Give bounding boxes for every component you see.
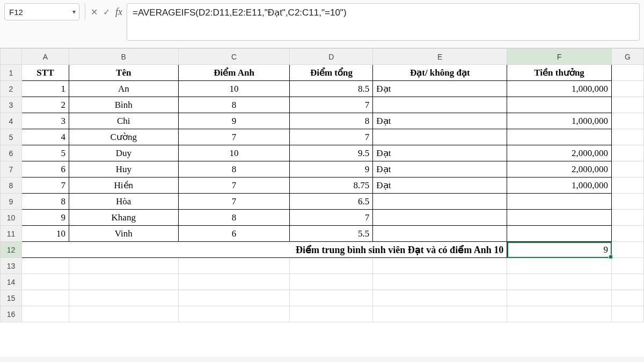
cell-B14[interactable]: [69, 274, 178, 290]
cell-E8[interactable]: Đạt: [373, 178, 507, 194]
cell-C7[interactable]: 8: [178, 161, 290, 178]
cell-F2[interactable]: 1,000,000: [507, 81, 612, 97]
cell-B11[interactable]: Vinh: [69, 226, 178, 242]
column-header-D[interactable]: D: [290, 49, 373, 65]
cell-A10[interactable]: 9: [21, 210, 69, 226]
row-header-9[interactable]: 9: [1, 194, 22, 210]
cell-B6[interactable]: Duy: [69, 145, 178, 161]
cell-F12[interactable]: 9: [507, 242, 612, 258]
cell-B2[interactable]: An: [69, 81, 178, 97]
cell-D4[interactable]: 8: [290, 113, 373, 129]
cell-G2[interactable]: [612, 81, 644, 97]
cell-D14[interactable]: [290, 274, 373, 290]
cell-B7[interactable]: Huy: [69, 161, 178, 178]
column-header-E[interactable]: E: [373, 49, 507, 65]
cell-E11[interactable]: [373, 226, 507, 242]
cell-F8[interactable]: 1,000,000: [507, 178, 612, 194]
cell-B13[interactable]: [69, 258, 178, 274]
cell-E2[interactable]: Đạt: [373, 81, 507, 97]
cell-E16[interactable]: [373, 306, 507, 322]
cell-E1[interactable]: Đạt/ không đạt: [373, 65, 507, 81]
name-box[interactable]: F12 ▾: [4, 3, 79, 20]
cell-F4[interactable]: 1,000,000: [507, 113, 612, 129]
cell-D13[interactable]: [290, 258, 373, 274]
row-header-3[interactable]: 3: [1, 97, 22, 113]
cell-A14[interactable]: [21, 274, 69, 290]
cell-C5[interactable]: 7: [178, 129, 290, 145]
cell-D2[interactable]: 8.5: [290, 81, 373, 97]
cell-D3[interactable]: 7: [290, 97, 373, 113]
cell-F13[interactable]: [507, 258, 612, 274]
cell-B8[interactable]: Hiền: [69, 178, 178, 194]
cell-D6[interactable]: 9.5: [290, 145, 373, 161]
cell-C13[interactable]: [178, 258, 290, 274]
row-header-13[interactable]: 13: [1, 258, 22, 274]
cell-F5[interactable]: [507, 129, 612, 145]
cancel-icon[interactable]: ✕: [91, 7, 98, 17]
cell-G10[interactable]: [612, 210, 644, 226]
column-header-A[interactable]: A: [21, 49, 69, 65]
cell-G7[interactable]: [612, 161, 644, 178]
cell-E9[interactable]: [373, 194, 507, 210]
cell-A2[interactable]: 1: [21, 81, 69, 97]
row-header-8[interactable]: 8: [1, 178, 22, 194]
spreadsheet-grid[interactable]: ABCDEFG1STTTênĐiểm AnhĐiểm tổngĐạt/ khôn…: [0, 48, 644, 357]
row-header-1[interactable]: 1: [1, 65, 22, 81]
row-header-7[interactable]: 7: [1, 161, 22, 178]
column-header-B[interactable]: B: [69, 49, 178, 65]
cell-C4[interactable]: 9: [178, 113, 290, 129]
row-header-11[interactable]: 11: [1, 226, 22, 242]
cell-A11[interactable]: 10: [21, 226, 69, 242]
cell-D5[interactable]: 7: [290, 129, 373, 145]
cell-G1[interactable]: [612, 65, 644, 81]
cell-C1[interactable]: Điểm Anh: [178, 65, 290, 81]
cell-F9[interactable]: [507, 194, 612, 210]
cell-C8[interactable]: 7: [178, 178, 290, 194]
cell-B15[interactable]: [69, 290, 178, 306]
cell-E4[interactable]: Đạt: [373, 113, 507, 129]
cell-A3[interactable]: 2: [21, 97, 69, 113]
cell-E5[interactable]: [373, 129, 507, 145]
cell-F6[interactable]: 2,000,000: [507, 145, 612, 161]
cell-D16[interactable]: [290, 306, 373, 322]
row-header-2[interactable]: 2: [1, 81, 22, 97]
cell-F10[interactable]: [507, 210, 612, 226]
cell-D1[interactable]: Điểm tổng: [290, 65, 373, 81]
cell-G15[interactable]: [612, 290, 644, 306]
cell-C16[interactable]: [178, 306, 290, 322]
cell-G14[interactable]: [612, 274, 644, 290]
cell-F16[interactable]: [507, 306, 612, 322]
formula-input[interactable]: =AVERAGEIFS(D2:D11,E2:E11,"Đạt",C2:C11,"…: [127, 3, 640, 41]
cell-A8[interactable]: 7: [21, 178, 69, 194]
cell-A15[interactable]: [21, 290, 69, 306]
cell-F3[interactable]: [507, 97, 612, 113]
column-header-F[interactable]: F: [507, 49, 612, 65]
cell-E14[interactable]: [373, 274, 507, 290]
cell-D8[interactable]: 8.75: [290, 178, 373, 194]
cell-G5[interactable]: [612, 129, 644, 145]
cell-C14[interactable]: [178, 274, 290, 290]
cell-C3[interactable]: 8: [178, 97, 290, 113]
cell-B10[interactable]: Khang: [69, 210, 178, 226]
cell-E6[interactable]: Đạt: [373, 145, 507, 161]
cell-A13[interactable]: [21, 258, 69, 274]
row-header-14[interactable]: 14: [1, 274, 22, 290]
cell-B5[interactable]: Cường: [69, 129, 178, 145]
cell-E10[interactable]: [373, 210, 507, 226]
cell-A6[interactable]: 5: [21, 145, 69, 161]
cell-E13[interactable]: [373, 258, 507, 274]
column-header-C[interactable]: C: [178, 49, 290, 65]
cell-B16[interactable]: [69, 306, 178, 322]
cell-C9[interactable]: 7: [178, 194, 290, 210]
cell-G13[interactable]: [612, 258, 644, 274]
cell-A5[interactable]: 4: [21, 129, 69, 145]
cell-B3[interactable]: Bình: [69, 97, 178, 113]
chevron-down-icon[interactable]: ▾: [72, 8, 76, 16]
cell-G3[interactable]: [612, 97, 644, 113]
cell-A16[interactable]: [21, 306, 69, 322]
cell-F7[interactable]: 2,000,000: [507, 161, 612, 178]
row-header-15[interactable]: 15: [1, 290, 22, 306]
cell-G8[interactable]: [612, 178, 644, 194]
column-header-G[interactable]: G: [612, 49, 644, 65]
row-header-4[interactable]: 4: [1, 113, 22, 129]
